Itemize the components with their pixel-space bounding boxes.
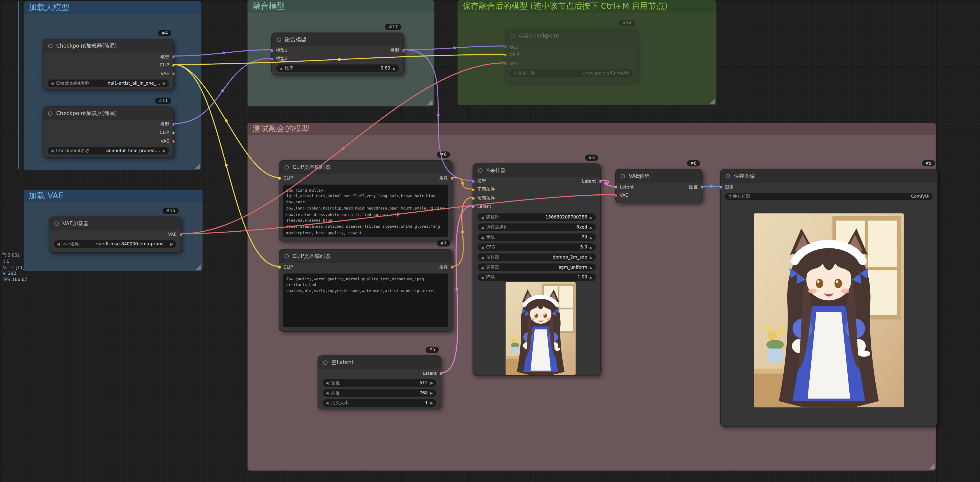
negative-prompt-textarea[interactable]: low quality,worst quality,normal quality…: [283, 273, 448, 327]
node-header[interactable]: 保存图像: [721, 169, 937, 183]
output-port-latent[interactable]: Latent: [423, 371, 442, 376]
widget-control-after-generate[interactable]: ◀ 运行后操作 fixed ▶: [477, 223, 596, 231]
widget-checkpoint-name[interactable]: ◀ Checkpoint名称 animefull-final-pruned...…: [48, 147, 169, 154]
collapse-dot-icon[interactable]: [48, 44, 52, 48]
collapse-dot-icon[interactable]: [285, 254, 289, 259]
model-port-dot[interactable]: [402, 49, 405, 52]
widget-width[interactable]: ◀ 宽度 512 ▶: [323, 379, 436, 386]
image-port-dot[interactable]: [719, 185, 722, 188]
node-save-checkpoint[interactable]: #14 保存Checkpoint 模型 CLIP VAE 文件名前缀 check…: [505, 29, 638, 83]
widget-filename-prefix[interactable]: 文件名前缀 ComfyUI: [725, 192, 933, 200]
output-port-clip[interactable]: CLIP: [160, 63, 175, 68]
increment-arrow-icon[interactable]: ▶: [590, 255, 593, 259]
node-ksampler[interactable]: #3 K采样器 模型 Latent 正面条件 负面条件 Latent ◀ 随机种…: [473, 163, 601, 376]
group-title-bar[interactable]: 测试融合的模型: [248, 123, 936, 135]
input-port-vae[interactable]: VAE: [504, 61, 519, 66]
decrement-arrow-icon[interactable]: ◀: [480, 275, 484, 279]
node-header[interactable]: VAE加载器: [49, 217, 181, 230]
output-port-vae[interactable]: VAE: [161, 71, 175, 76]
widget-height[interactable]: ◀ 高度 768 ▶: [323, 389, 436, 397]
widget-ratio[interactable]: ◀ 比率 0.80 ▶: [277, 64, 399, 72]
increment-arrow-icon[interactable]: ▶: [590, 245, 593, 249]
decrement-arrow-icon[interactable]: ◀: [480, 265, 484, 270]
widget-vae-name[interactable]: ◀ vae名称 vae-ft-mse-840000-ema-prune... ▶: [54, 240, 176, 247]
positive-prompt-textarea[interactable]: guo jiang mullay, 1girl,animal ears,anim…: [283, 184, 448, 237]
vae-port-dot[interactable]: [172, 139, 175, 143]
vae-port-dot[interactable]: [179, 233, 182, 236]
input-port-model[interactable]: 模型: [471, 178, 486, 184]
widget-seed[interactable]: ◀ 随机种 156680208700286 ▶: [477, 214, 596, 221]
increment-arrow-icon[interactable]: ▶: [393, 66, 396, 70]
collapse-dot-icon[interactable]: [511, 34, 515, 38]
clip-port-dot[interactable]: [504, 54, 507, 57]
node-vae-decode[interactable]: #8 VAE解码 Latent 图像 VAE: [615, 169, 703, 203]
input-port-clip[interactable]: CLIP: [504, 53, 519, 58]
widget-denoise[interactable]: ◀ 降噪 1.00 ▶: [477, 273, 596, 281]
output-port-vae[interactable]: VAE: [161, 139, 175, 144]
workflow-canvas[interactable]: 加载大模型 融合模型 保存融合后的模型 (选中该节点后按下 Ctrl+M 启用节…: [0, 0, 980, 482]
node-vae-loader[interactable]: #15 VAE加载器 VAE ◀ vae名称 vae-ft-mse-840000…: [49, 217, 181, 253]
node-header[interactable]: CLIP文本编码器: [280, 161, 452, 174]
collapse-dot-icon[interactable]: [277, 38, 282, 42]
vae-port-dot[interactable]: [172, 72, 175, 75]
decrement-arrow-icon[interactable]: ◀: [480, 245, 484, 249]
decrement-arrow-icon[interactable]: ◀: [480, 225, 484, 229]
widget-steps[interactable]: ◀ 步数 20 ▶: [477, 233, 596, 241]
input-port-clip[interactable]: CLIP: [277, 176, 293, 180]
latent-port-dot[interactable]: [598, 180, 602, 183]
collapse-dot-icon[interactable]: [478, 168, 483, 173]
node-clip-encode-positive[interactable]: #6 CLIP文本编码器 CLIP 条件 guo jiang mullay, 1…: [278, 160, 452, 241]
decrement-arrow-icon[interactable]: ◀: [326, 390, 328, 395]
input-port-model[interactable]: 模型: [504, 44, 519, 50]
increment-arrow-icon[interactable]: ▶: [590, 235, 593, 239]
node-checkpoint-loader-1[interactable]: #4 Checkpoint加载器(简易) 模型 CLIP VAE ◀ Check…: [43, 39, 174, 90]
output-port-model[interactable]: 模型: [160, 121, 175, 128]
input-port-latent[interactable]: Latent: [471, 204, 491, 209]
conditioning-port-dot[interactable]: [471, 196, 475, 200]
model-port-dot[interactable]: [172, 55, 175, 59]
increment-arrow-icon[interactable]: ▶: [163, 148, 165, 153]
vae-port-dot[interactable]: [614, 194, 617, 197]
node-header[interactable]: Checkpoint加载器(简易): [43, 107, 173, 120]
input-port-positive[interactable]: 正面条件: [471, 187, 495, 193]
decrement-arrow-icon[interactable]: ◀: [480, 235, 484, 239]
collapse-dot-icon[interactable]: [54, 222, 59, 226]
model-port-dot[interactable]: [270, 49, 273, 52]
node-header[interactable]: Checkpoint加载器(简易): [43, 40, 173, 53]
latent-port-dot[interactable]: [614, 185, 617, 188]
decrement-arrow-icon[interactable]: ◀: [326, 380, 328, 385]
model-port-dot[interactable]: [172, 123, 175, 126]
increment-arrow-icon[interactable]: ▶: [163, 81, 165, 85]
node-clip-encode-negative[interactable]: #7 CLIP文本编码器 CLIP 条件 low quality,worst q…: [278, 249, 452, 332]
widget-batch-size[interactable]: ◀ 批次大小 1 ▶: [323, 399, 436, 406]
widget-scheduler[interactable]: ◀ 调度器 sgm_uniform ▶: [477, 263, 596, 271]
decrement-arrow-icon[interactable]: ◀: [51, 148, 53, 153]
decrement-arrow-icon[interactable]: ◀: [326, 401, 328, 405]
increment-arrow-icon[interactable]: ▶: [590, 265, 593, 270]
increment-arrow-icon[interactable]: ▶: [590, 225, 593, 229]
conditioning-port-dot[interactable]: [471, 188, 475, 191]
collapse-dot-icon[interactable]: [323, 361, 328, 365]
clip-port-dot[interactable]: [172, 64, 175, 67]
widget-sampler-name[interactable]: ◀ 采样器 dpmpp_2m_sde ▶: [477, 254, 596, 261]
graph-background[interactable]: 加载大模型 融合模型 保存融合后的模型 (选中该节点后按下 Ctrl+M 启用节…: [0, 0, 980, 482]
node-header[interactable]: 空Latent: [318, 356, 441, 369]
conditioning-port-dot[interactable]: [450, 176, 454, 180]
collapse-dot-icon[interactable]: [48, 112, 52, 116]
node-empty-latent[interactable]: #5 空Latent Latent ◀ 宽度 512 ▶ ◀ 高度 768 ▶ …: [318, 356, 441, 409]
output-port-vae[interactable]: VAE: [168, 232, 183, 237]
group-title-bar[interactable]: 融合模型: [248, 0, 434, 13]
collapse-dot-icon[interactable]: [285, 165, 289, 170]
output-port-clip[interactable]: CLIP: [160, 130, 175, 135]
model-port-dot[interactable]: [471, 180, 475, 183]
conditioning-port-dot[interactable]: [450, 265, 454, 268]
output-port-image[interactable]: 图像: [689, 184, 704, 190]
input-port-model2[interactable]: 模型2: [270, 56, 287, 62]
node-header[interactable]: K采样器: [473, 164, 600, 177]
vae-port-dot[interactable]: [504, 62, 507, 65]
clip-port-dot[interactable]: [172, 131, 175, 134]
increment-arrow-icon[interactable]: ▶: [430, 380, 433, 385]
collapse-dot-icon[interactable]: [726, 174, 730, 179]
widget-cfg[interactable]: ◀ CFG 5.0 ▶: [477, 243, 596, 251]
increment-arrow-icon[interactable]: ▶: [430, 401, 433, 405]
